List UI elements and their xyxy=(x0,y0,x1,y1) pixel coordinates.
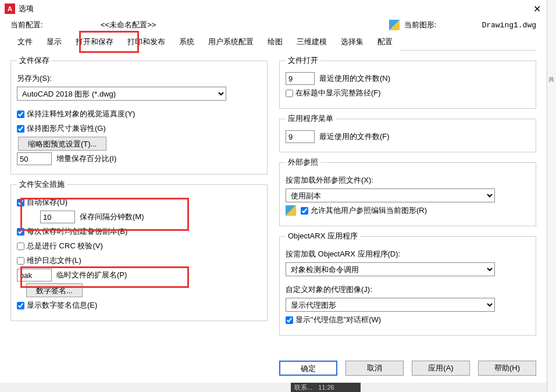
profile-label: 当前配置: xyxy=(10,20,101,30)
ok-button[interactable]: 确定 xyxy=(279,361,337,376)
cb-size-compat-input[interactable] xyxy=(17,125,24,133)
thumbnail-settings-button[interactable]: 缩略图预览设置(T)... xyxy=(18,137,106,151)
footer-buttons: 确定 取消 应用(A) 帮助(H) xyxy=(279,361,536,376)
legend-file-save: 文件保存 xyxy=(17,55,52,66)
tab-selection[interactable]: 选择集 xyxy=(334,33,370,51)
arx-load-label: 按需加载 ObjectARX 应用程序(D): xyxy=(286,249,400,259)
cb-xref-edit-input[interactable] xyxy=(301,207,308,215)
cb-anno-visual[interactable]: 保持注释性对象的视觉逼真度(Y) xyxy=(17,109,135,119)
recent-files-label: 最近使用的文件数(N) xyxy=(319,73,390,84)
tab-system[interactable]: 系统 xyxy=(172,33,201,51)
profile-row: 当前配置: <<未命名配置>> 当前图形: Drawing1.dwg xyxy=(0,17,547,33)
profile-value: <<未命名配置>> xyxy=(101,20,156,30)
drawing-label: 当前图形: xyxy=(404,20,437,30)
autosave-interval-input[interactable] xyxy=(40,211,75,223)
tab-profiles[interactable]: 配置 xyxy=(370,33,400,51)
group-file-safety: 文件安全措施 自动保存(U) 保存间隔分钟数(M) 每次保存时均创建备份副本(B… xyxy=(10,179,268,321)
xref-load-label: 按需加载外部参照文件(X): xyxy=(286,175,373,186)
tab-bar: 文件 显示 打开和保存 打印和发布 系统 用户系统配置 绘图 三维建模 选择集 … xyxy=(10,33,536,50)
cb-log[interactable]: 维护日志文件(L) xyxy=(17,255,81,266)
tab-open-save[interactable]: 打开和保存 xyxy=(69,33,120,51)
appmenu-recent-label: 最近使用的文件数(F) xyxy=(319,131,390,142)
close-icon[interactable]: ✕ xyxy=(533,3,541,15)
taskbar-stub: 联系...11:26 xyxy=(291,383,361,392)
group-file-save: 文件保存 另存为(S): AutoCAD 2018 图形 (*.dwg) 保持注… xyxy=(10,55,268,174)
arx-load-select[interactable]: 对象检测和命令调用 xyxy=(286,262,495,276)
cb-proxy-dlg-input[interactable] xyxy=(286,316,293,324)
cb-full-path-input[interactable] xyxy=(286,90,293,97)
inc-save-label: 增量保存百分比(I) xyxy=(56,154,116,164)
proxy-select[interactable]: 显示代理图形 xyxy=(286,298,495,312)
proxy-label: 自定义对象的代理图像(J): xyxy=(286,284,372,295)
options-dialog: A 选项 ✕ 当前配置: <<未命名配置>> 当前图形: Drawing1.dw… xyxy=(0,0,547,383)
group-app-menu: 应用程序菜单 最近使用的文件数(F) xyxy=(279,113,536,152)
saveas-select[interactable]: AutoCAD 2018 图形 (*.dwg) xyxy=(17,87,226,101)
legend-app-menu: 应用程序菜单 xyxy=(286,113,336,124)
help-button[interactable]: 帮助(H) xyxy=(478,361,536,376)
cb-show-sig[interactable]: 显示数字签名信息(E) xyxy=(17,300,97,311)
tab-print[interactable]: 打印和发布 xyxy=(120,33,172,51)
cb-backup[interactable]: 每次保存时均创建备份副本(B) xyxy=(17,226,127,237)
cb-xref-edit[interactable]: 允许其他用户参照编辑当前图形(R) xyxy=(301,205,427,216)
cb-anno-visual-input[interactable] xyxy=(17,111,24,118)
legend-xref: 外部参照 xyxy=(286,157,320,168)
sidebar-stub xyxy=(547,0,556,392)
tab-display[interactable]: 显示 xyxy=(40,33,69,51)
legend-file-safety: 文件安全措施 xyxy=(17,179,67,190)
right-column: 文件打开 最近使用的文件数(N) 在标题中显示完整路径(F) 应用程序菜单 最近… xyxy=(279,55,536,336)
app-icon: A xyxy=(5,3,15,14)
cb-backup-input[interactable] xyxy=(17,228,24,236)
cb-full-path[interactable]: 在标题中显示完整路径(F) xyxy=(286,88,381,98)
cb-autosave-input[interactable] xyxy=(17,199,24,206)
apply-button[interactable]: 应用(A) xyxy=(412,361,470,376)
content-area: 文件保存 另存为(S): AutoCAD 2018 图形 (*.dwg) 保持注… xyxy=(0,51,547,340)
drawing-name: Drawing1.dwg xyxy=(482,21,536,30)
recent-files-input[interactable] xyxy=(286,72,315,85)
xref-load-select[interactable]: 使用副本 xyxy=(286,188,495,202)
left-column: 文件保存 另存为(S): AutoCAD 2018 图形 (*.dwg) 保持注… xyxy=(10,55,268,336)
temp-ext-label: 临时文件的扩展名(P) xyxy=(56,270,127,280)
temp-ext-input[interactable] xyxy=(17,269,52,281)
autosave-interval-label: 保存间隔分钟数(M) xyxy=(80,212,144,222)
group-file-open: 文件打开 最近使用的文件数(N) 在标题中显示完整路径(F) xyxy=(279,55,536,109)
saveas-label: 另存为(S): xyxy=(17,73,52,84)
cb-crc[interactable]: 总是进行 CRC 校验(V) xyxy=(17,241,103,251)
cancel-button[interactable]: 取消 xyxy=(345,361,404,376)
cb-log-input[interactable] xyxy=(17,257,24,265)
digital-sig-button[interactable]: 数字签名... xyxy=(26,283,83,297)
tab-user-prefs[interactable]: 用户系统配置 xyxy=(201,33,261,51)
legend-arx: ObjectARX 应用程序 xyxy=(286,231,360,241)
inc-save-input[interactable] xyxy=(17,152,52,165)
appmenu-recent-input[interactable] xyxy=(286,130,315,143)
cb-proxy-dlg[interactable]: 显示"代理信息"对话框(W) xyxy=(286,315,381,325)
tab-files[interactable]: 文件 xyxy=(10,33,40,51)
group-arx: ObjectARX 应用程序 按需加载 ObjectARX 应用程序(D): 对… xyxy=(279,231,536,336)
cb-show-sig-input[interactable] xyxy=(17,302,24,309)
legend-file-open: 文件打开 xyxy=(286,55,320,66)
window-title: 选项 xyxy=(19,3,34,14)
titlebar: A 选项 ✕ xyxy=(0,0,547,17)
dwg-icon xyxy=(389,20,400,30)
group-xref: 外部参照 按需加载外部参照文件(X): 使用副本 允许其他用户参照编辑当前图形(… xyxy=(279,157,536,226)
cb-autosave[interactable]: 自动保存(U) xyxy=(17,197,67,208)
cb-size-compat[interactable]: 保持图形尺寸兼容性(G) xyxy=(17,123,106,134)
cb-crc-input[interactable] xyxy=(17,243,24,250)
dwg-icon-small xyxy=(286,205,296,216)
tab-3d[interactable]: 三维建模 xyxy=(290,33,334,51)
tab-drafting[interactable]: 绘图 xyxy=(261,33,290,51)
